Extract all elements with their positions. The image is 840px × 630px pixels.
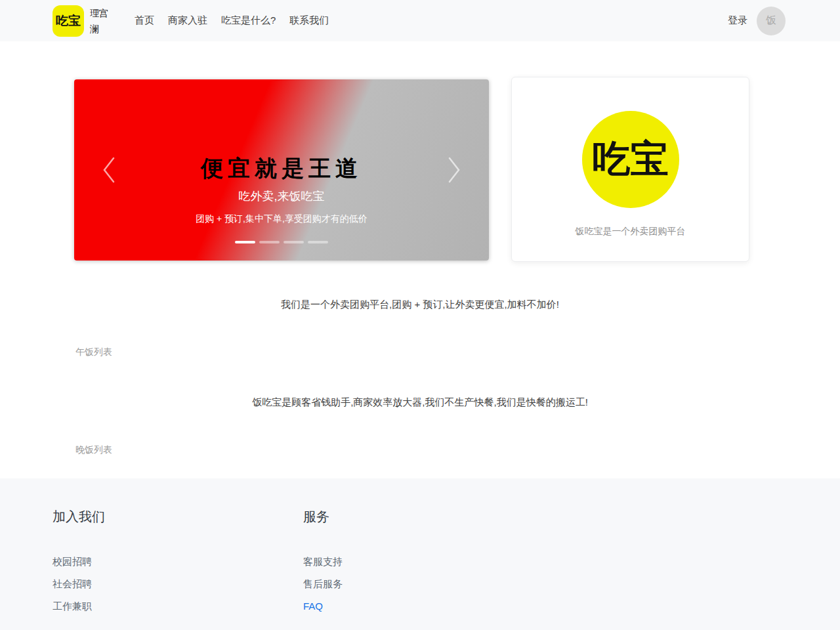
chevron-right-icon [446, 175, 463, 186]
carousel-indicators [235, 241, 328, 243]
carousel-dot-1[interactable] [235, 241, 255, 243]
brand-logo[interactable]: 吃宝 [52, 5, 84, 37]
brand-logo-text: 吃宝 [56, 12, 81, 30]
footer-link-customer-support[interactable]: 客服支持 [303, 556, 343, 568]
footer-link-social-recruiting[interactable]: 社会招聘 [52, 578, 303, 591]
footer-link-part-time[interactable]: 工作兼职 [52, 600, 303, 613]
carousel-dot-3[interactable] [284, 241, 304, 243]
intro-line-2: 饭吃宝是顾客省钱助手,商家效率放大器,我们不生产快餐,我们是快餐的搬运工! [0, 396, 840, 409]
footer-heading-join-us: 加入我们 [52, 508, 303, 526]
avatar[interactable]: 饭 [757, 7, 786, 35]
hero-section: 便宜就是王道 吃外卖,来饭吃宝 团购 + 预订,集中下单,享受团购才有的低价 [74, 79, 840, 262]
footer-heading-services: 服务 [303, 508, 343, 526]
carousel-dot-4[interactable] [308, 241, 328, 243]
navbar-right: 登录 饭 [728, 7, 786, 35]
brand-name: 理宫澜 [90, 5, 112, 37]
footer-links-join-us: 校园招聘 社会招聘 工作兼职 [52, 556, 303, 613]
about-card: 吃宝 饭吃宝是一个外卖团购平台 [511, 77, 749, 262]
brand-logo-large-text: 吃宝 [593, 134, 669, 185]
dinner-list-heading: 晚饭列表 [75, 444, 840, 456]
avatar-text: 饭 [766, 14, 776, 28]
chevron-left-icon [100, 175, 117, 186]
nav-item-what-is-chibao[interactable]: 吃宝是什么? [221, 14, 276, 27]
footer-link-campus-recruiting[interactable]: 校园招聘 [52, 556, 303, 568]
footer-link-after-sales[interactable]: 售后服务 [303, 578, 343, 591]
footer: 加入我们 校园招聘 社会招聘 工作兼职 服务 客服支持 售后服务 FAQ [0, 478, 840, 630]
footer-links-services: 客服支持 售后服务 FAQ [303, 556, 343, 612]
navbar: 吃宝 理宫澜 首页 商家入驻 吃宝是什么? 联系我们 登录 饭 [0, 0, 840, 41]
main-nav: 首页 商家入驻 吃宝是什么? 联系我们 [135, 14, 343, 27]
brand-logo-large: 吃宝 [582, 111, 679, 208]
nav-item-merchant-join[interactable]: 商家入驻 [168, 14, 207, 27]
slide-tagline: 团购 + 预订,集中下单,享受团购才有的低价 [196, 213, 368, 225]
hero-carousel: 便宜就是王道 吃外卖,来饭吃宝 团购 + 预订,集中下单,享受团购才有的低价 [74, 79, 489, 261]
carousel-prev-button[interactable] [100, 156, 117, 184]
navbar-left: 吃宝 理宫澜 首页 商家入驻 吃宝是什么? 联系我们 [52, 5, 343, 37]
slide-subtitle: 吃外卖,来饭吃宝 [238, 188, 324, 204]
login-link[interactable]: 登录 [728, 14, 747, 27]
footer-column-join-us: 加入我们 校园招聘 社会招聘 工作兼职 [52, 508, 303, 630]
nav-item-contact[interactable]: 联系我们 [289, 14, 329, 27]
carousel-slide: 便宜就是王道 吃外卖,来饭吃宝 团购 + 预订,集中下单,享受团购才有的低价 [74, 79, 489, 261]
footer-column-services: 服务 客服支持 售后服务 FAQ [303, 508, 343, 630]
main-content: 便宜就是王道 吃外卖,来饭吃宝 团购 + 预订,集中下单,享受团购才有的低价 [0, 79, 840, 456]
carousel-next-button[interactable] [446, 156, 463, 184]
carousel-dot-2[interactable] [259, 241, 280, 243]
nav-item-home[interactable]: 首页 [135, 14, 154, 27]
footer-link-faq[interactable]: FAQ [303, 600, 343, 612]
intro-line-1: 我们是一个外卖团购平台,团购 + 预订,让外卖更便宜,加料不加价! [0, 299, 840, 311]
about-caption: 饭吃宝是一个外卖团购平台 [576, 226, 686, 238]
slide-title: 便宜就是王道 [201, 156, 362, 181]
lunch-list-heading: 午饭列表 [75, 346, 840, 358]
